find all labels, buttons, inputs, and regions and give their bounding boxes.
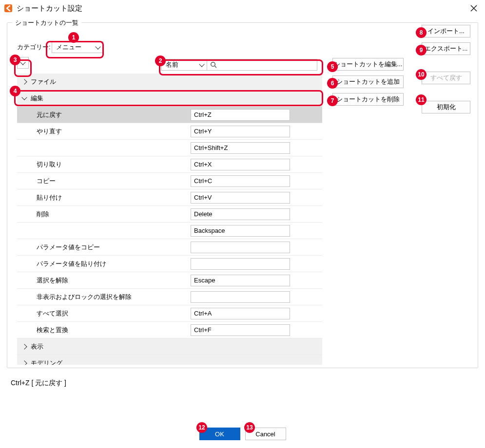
tree-group-label: ファイル [29, 77, 199, 86]
tree-item[interactable]: 検索と置換Ctrl+F [17, 322, 322, 338]
tree-item[interactable]: すべて選択Ctrl+A [17, 305, 322, 322]
chevron-right-icon [20, 361, 29, 365]
tree-item[interactable]: パラメータ値をコピー [17, 239, 322, 256]
shortcut-cell: Ctrl+C [191, 175, 322, 187]
tree-item[interactable]: 非表示およびロックの選択を解除 [17, 289, 322, 305]
tree-item-name: コピー [20, 177, 191, 186]
tree-item-name: 検索と置換 [20, 326, 191, 335]
group-legend: ショートカットの一覧 [12, 19, 81, 27]
cancel-button[interactable]: Cancel [245, 428, 286, 440]
edit-shortcut-button[interactable]: ショートカットを編集... [332, 58, 404, 71]
tree-group[interactable]: 編集 [17, 90, 322, 107]
shortcut-field[interactable]: Ctrl+Shift+Z [191, 142, 290, 154]
shortcut-field[interactable]: Delete [191, 208, 290, 220]
ok-button[interactable]: OK [199, 428, 240, 440]
chevron-down-icon [20, 97, 29, 99]
tree-group-label: 編集 [29, 94, 199, 103]
chevron-down-icon [20, 59, 25, 65]
tree-item-extra[interactable]: Ctrl+Shift+Z [17, 140, 322, 156]
search-icon [207, 61, 220, 68]
search-input-wrap [207, 59, 317, 71]
shortcut-field[interactable]: Ctrl+C [191, 175, 290, 187]
tree-item-name: 削除 [20, 210, 191, 219]
chevron-right-icon [20, 345, 29, 349]
category-selected: メニュー [56, 43, 81, 52]
shortcut-field[interactable] [191, 242, 290, 253]
tree-item-name: 選択を解除 [20, 276, 191, 285]
tree-item[interactable]: 元に戻すCtrl+Z [17, 107, 322, 123]
tree-item[interactable]: やり直すCtrl+Y [17, 123, 322, 140]
shortcut-cell [191, 242, 322, 253]
action-buttons-col1: ショートカットを編集... ショートカットを追加 ショートカットを削除 [332, 58, 404, 106]
chevron-down-icon [199, 61, 204, 67]
chevron-right-icon [20, 80, 29, 84]
tree-item-name: やり直す [20, 127, 191, 136]
shortcut-cell: Ctrl+F [191, 324, 322, 336]
tree-item[interactable]: コピーCtrl+C [17, 173, 322, 189]
tree-item-name: すべて選択 [20, 309, 191, 318]
shortcut-field[interactable]: Escape [191, 275, 290, 286]
chevron-down-icon [95, 44, 100, 49]
reset-button[interactable]: 初期化 [422, 101, 470, 113]
shortcut-cell: Ctrl+Z [191, 109, 322, 121]
shortcut-field[interactable] [191, 258, 290, 270]
shortcut-cell [191, 258, 322, 270]
shortcut-cell: Escape [191, 275, 322, 286]
shortcut-cell: Ctrl+X [191, 159, 322, 170]
category-row: カテゴリー: メニュー [17, 41, 103, 53]
shortcut-field[interactable]: Ctrl+V [191, 192, 290, 204]
tree-group-label: 表示 [29, 342, 199, 351]
search-type-selected: 名前 [166, 60, 178, 69]
tree-item[interactable]: 切り取りCtrl+X [17, 156, 322, 173]
shortcut-field[interactable]: Ctrl+Y [191, 126, 290, 137]
app-icon [4, 4, 13, 13]
tree-item-name: 貼り付け [20, 193, 191, 202]
tree-item-name: 切り取り [20, 160, 191, 169]
status-line: Ctrl+Z [ 元に戻す ] [11, 379, 66, 388]
tree-item-name: パラメータ値をコピー [20, 243, 191, 252]
add-shortcut-button[interactable]: ショートカットを追加 [332, 75, 404, 88]
svg-point-1 [211, 62, 215, 67]
delete-shortcut-button[interactable]: ショートカットを削除 [332, 93, 404, 106]
expand-all-toggle[interactable] [17, 57, 29, 69]
tree-item-name: パラメータ値を貼り付け [20, 260, 191, 268]
svg-rect-0 [4, 4, 12, 12]
shortcut-cell: Ctrl+Y [191, 126, 322, 137]
shortcut-list-group: ショートカットの一覧 カテゴリー: メニュー 名前 ショートカットを編集... … [7, 22, 478, 368]
tree-group-label: モデリング [29, 359, 199, 365]
shortcut-cell: Delete [191, 208, 322, 220]
tree-item[interactable]: 削除Delete [17, 206, 322, 223]
shortcut-field[interactable] [191, 291, 290, 303]
tree-item[interactable]: パラメータ値を貼り付け [17, 256, 322, 272]
titlebar: ショートカット設定 [0, 0, 485, 17]
window-title: ショートカット設定 [17, 4, 82, 13]
tree-item[interactable]: 選択を解除Escape [17, 272, 322, 289]
shortcut-field[interactable]: Ctrl+Z [191, 109, 290, 121]
search-input[interactable] [220, 59, 317, 70]
shortcut-field[interactable]: Backspace [191, 225, 290, 237]
revert-all-button[interactable]: すべて戻す [422, 72, 470, 84]
action-buttons-col2: インポート... エクスポート... すべて戻す 初期化 [422, 25, 470, 113]
tree-group[interactable]: ファイル [17, 74, 322, 90]
shortcut-field[interactable]: Ctrl+X [191, 159, 290, 170]
shortcut-cell [191, 291, 322, 303]
tree-group[interactable]: モデリング [17, 355, 322, 365]
search-row: 名前 [161, 59, 317, 71]
tree-item[interactable]: 貼り付けCtrl+V [17, 189, 322, 206]
shortcut-field[interactable]: Ctrl+F [191, 324, 290, 336]
close-icon[interactable] [466, 1, 481, 16]
category-select[interactable]: メニュー [52, 41, 103, 53]
shortcut-cell: Ctrl+A [191, 308, 322, 319]
shortcut-tree: ファイル編集元に戻すCtrl+Zやり直すCtrl+YCtrl+Shift+Z切り… [17, 74, 322, 365]
shortcut-field[interactable]: Ctrl+A [191, 308, 290, 319]
dialog-buttons: OK Cancel [0, 428, 485, 440]
shortcut-cell: Ctrl+V [191, 192, 322, 204]
tree-group[interactable]: 表示 [17, 338, 322, 355]
import-button[interactable]: インポート... [422, 25, 470, 37]
tree-item-extra[interactable]: Backspace [17, 223, 322, 239]
tree-item-name: 非表示およびロックの選択を解除 [20, 293, 191, 301]
tree-item-name: 元に戻す [20, 111, 191, 119]
search-type-select[interactable]: 名前 [161, 59, 207, 71]
category-label: カテゴリー: [17, 43, 51, 52]
export-button[interactable]: エクスポート... [422, 42, 470, 55]
